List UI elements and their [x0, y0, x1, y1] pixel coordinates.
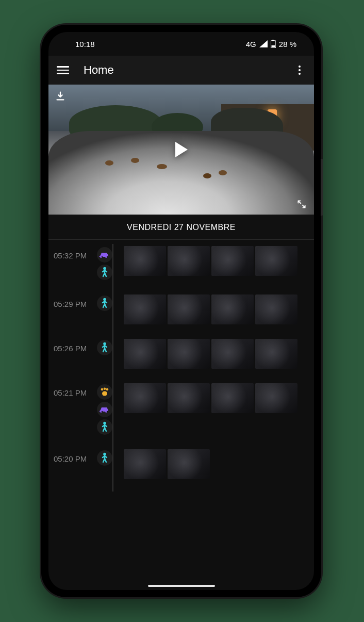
- vehicle-icon: [97, 402, 112, 417]
- event-row[interactable]: 05:20 PM: [48, 447, 314, 492]
- event-icons: [93, 449, 117, 466]
- person-icon: [97, 450, 112, 466]
- thumbnail[interactable]: [255, 383, 297, 413]
- thumbnail[interactable]: [255, 294, 297, 324]
- svg-point-9: [104, 388, 106, 390]
- event-time: 05:29 PM: [54, 294, 93, 308]
- thumbnail[interactable]: [255, 246, 297, 276]
- date-header: VENDREDI 27 NOVEMBRE: [48, 215, 314, 240]
- svg-point-8: [101, 388, 104, 391]
- person-icon: [97, 419, 112, 435]
- person-icon: [97, 265, 112, 280]
- play-icon[interactable]: [175, 142, 188, 157]
- download-icon[interactable]: [55, 91, 66, 102]
- gesture-bar[interactable]: [148, 585, 215, 587]
- event-time: 05:32 PM: [54, 246, 93, 260]
- svg-point-10: [106, 388, 109, 391]
- event-icons: [93, 383, 117, 435]
- event-thumbnails: [124, 294, 297, 324]
- thumbnail[interactable]: [168, 383, 210, 413]
- svg-point-11: [102, 391, 107, 396]
- page-title: Home: [84, 63, 293, 77]
- thumbnail[interactable]: [211, 294, 254, 324]
- app-bar: Home: [48, 56, 314, 85]
- event-thumbnails: [124, 449, 210, 479]
- svg-point-12: [102, 411, 103, 412]
- event-time: 05:21 PM: [54, 383, 93, 397]
- event-icons: [93, 246, 117, 280]
- expand-icon[interactable]: [296, 199, 307, 209]
- thumbnail[interactable]: [255, 339, 297, 369]
- event-row[interactable]: 05:32 PM: [48, 244, 314, 292]
- thumbnail[interactable]: [124, 294, 166, 324]
- event-row[interactable]: 05:26 PM: [48, 337, 314, 381]
- thumbnail[interactable]: [124, 449, 166, 479]
- screen: 10:18 4G 28 % Home: [48, 32, 314, 590]
- event-thumbnails: [124, 383, 297, 413]
- thumbnail[interactable]: [168, 246, 210, 276]
- event-time: 05:20 PM: [54, 449, 93, 463]
- timeline[interactable]: 05:32 PM05:29 PM05:26 PM05:21 PM05:20 PM: [48, 240, 314, 492]
- status-time: 10:18: [75, 40, 95, 48]
- signal-icon: [259, 40, 268, 47]
- thumbnail[interactable]: [124, 339, 166, 369]
- event-row[interactable]: 05:29 PM: [48, 292, 314, 337]
- vehicle-icon: [97, 247, 112, 263]
- thumbnail[interactable]: [168, 339, 210, 369]
- person-icon: [97, 340, 112, 355]
- person-icon: [97, 296, 112, 311]
- svg-rect-1: [272, 40, 274, 41]
- thumbnail[interactable]: [211, 383, 254, 413]
- phone-frame: 10:18 4G 28 % Home: [41, 25, 321, 597]
- event-icons: [93, 294, 117, 311]
- event-row[interactable]: 05:21 PM: [48, 381, 314, 447]
- thumbnail[interactable]: [124, 383, 166, 413]
- video-preview[interactable]: [48, 85, 314, 215]
- svg-point-13: [107, 411, 108, 412]
- status-battery: 28 %: [279, 40, 296, 48]
- status-bar: 10:18 4G 28 %: [48, 32, 314, 56]
- pet-icon: [97, 384, 112, 400]
- thumbnail[interactable]: [211, 246, 254, 276]
- event-time: 05:26 PM: [54, 339, 93, 353]
- thumbnail[interactable]: [168, 449, 210, 479]
- event-thumbnails: [124, 246, 297, 276]
- thumbnail[interactable]: [211, 339, 254, 369]
- svg-point-3: [102, 256, 103, 257]
- event-icons: [93, 339, 117, 355]
- thumbnail[interactable]: [124, 246, 166, 276]
- status-network: 4G: [246, 40, 256, 48]
- svg-rect-2: [271, 45, 275, 47]
- thumbnail[interactable]: [168, 294, 210, 324]
- power-button: [321, 159, 323, 216]
- more-icon[interactable]: [293, 66, 306, 75]
- event-thumbnails: [124, 339, 297, 369]
- battery-icon: [271, 40, 276, 48]
- menu-icon[interactable]: [57, 64, 69, 76]
- svg-point-4: [107, 256, 108, 257]
